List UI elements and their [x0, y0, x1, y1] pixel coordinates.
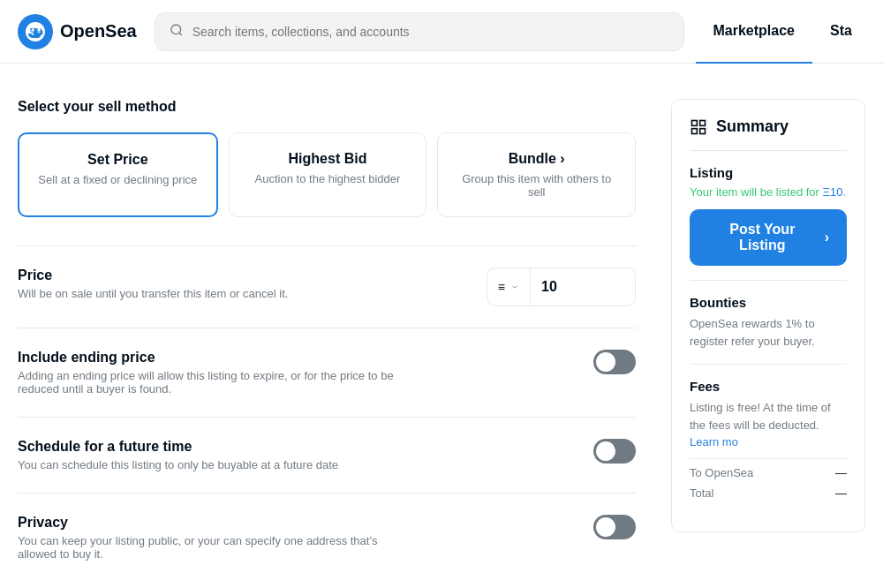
ending-price-info: Include ending price Adding an ending pr…: [18, 350, 406, 396]
right-panel: Summary Listing Your item will be listed…: [671, 99, 865, 588]
price-info: Price Will be on sale until you transfer…: [18, 268, 288, 300]
privacy-row: Privacy You can keep your listing public…: [18, 515, 636, 561]
sell-card-bundle-title: Bundle ›: [456, 151, 617, 167]
sell-card-set-price[interactable]: Set Price Sell at a fixed or declining p…: [18, 132, 218, 217]
sell-method-cards: Set Price Sell at a fixed or declining p…: [18, 132, 636, 217]
schedule-row: Schedule for a future time You can sched…: [18, 439, 636, 471]
privacy-toggle[interactable]: [593, 515, 636, 539]
post-listing-label: Post Your Listing: [707, 222, 818, 253]
sell-card-highest-bid[interactable]: Highest Bid Auction to the highest bidde…: [229, 132, 427, 217]
learn-more-link[interactable]: Learn mo: [690, 435, 738, 449]
price-input-row: ≡: [487, 268, 636, 306]
to-opensea-value: —: [835, 466, 847, 479]
currency-icon: ≡: [498, 280, 505, 294]
price-number-input[interactable]: [530, 268, 636, 306]
svg-rect-2: [700, 120, 706, 125]
logo[interactable]: OpenSea: [18, 14, 137, 49]
sell-card-highest-bid-title: Highest Bid: [247, 151, 409, 167]
sell-card-set-price-desc: Sell at a fixed or declining price: [37, 173, 199, 186]
nav-item-stats[interactable]: Sta: [812, 0, 865, 64]
svg-rect-3: [692, 128, 698, 133]
fees-label: Fees: [690, 379, 847, 394]
privacy-section: Privacy You can keep your listing public…: [18, 493, 636, 582]
schedule-section: Schedule for a future time You can sched…: [18, 417, 636, 493]
sell-method-title: Select your sell method: [18, 99, 636, 115]
total-label: Total: [690, 486, 713, 500]
search-input[interactable]: [192, 25, 669, 39]
nav: Marketplace Sta: [696, 0, 866, 64]
listing-eth: Ξ10: [823, 185, 843, 199]
listing-text-prefix: Your item will be listed for: [690, 185, 823, 199]
summary-title: Summary: [690, 117, 847, 151]
price-desc: Will be on sale until you transfer this …: [18, 287, 288, 300]
chevron-down-icon: [510, 283, 519, 291]
sell-card-highest-bid-desc: Auction to the highest bidder: [247, 172, 409, 185]
summary-panel: Summary Listing Your item will be listed…: [671, 99, 865, 532]
ending-price-section: Include ending price Adding an ending pr…: [18, 328, 636, 417]
ending-price-toggle[interactable]: [593, 350, 636, 374]
logo-icon: [18, 14, 53, 49]
svg-rect-4: [700, 128, 706, 133]
total-value: —: [835, 486, 847, 500]
listing-text-suffix: .: [842, 185, 846, 199]
logo-text: OpenSea: [60, 21, 137, 41]
fees-text: Listing is free! At the time of the fees…: [690, 399, 847, 451]
post-listing-button[interactable]: Post Your Listing ›: [690, 209, 847, 266]
post-listing-arrow: ›: [825, 230, 829, 245]
currency-select[interactable]: ≡: [487, 268, 530, 306]
header: OpenSea Marketplace Sta: [0, 0, 883, 64]
ending-price-label: Include ending price: [18, 350, 406, 366]
privacy-label: Privacy: [18, 515, 406, 531]
price-row: Price Will be on sale until you transfer…: [18, 268, 636, 306]
ending-price-row: Include ending price Adding an ending pr…: [18, 350, 636, 396]
schedule-label: Schedule for a future time: [18, 439, 338, 455]
listing-summary-text: Your item will be listed for Ξ10.: [690, 185, 847, 199]
summary-heading: Summary: [716, 117, 789, 136]
schedule-desc: You can schedule this listing to only be…: [18, 458, 338, 471]
total-row: Total —: [690, 486, 847, 500]
svg-point-0: [171, 25, 181, 34]
summary-icon: [690, 118, 707, 136]
bounties-text: OpenSea rewards 1% to register refer you…: [690, 315, 847, 350]
to-opensea-label: To OpenSea: [690, 466, 753, 479]
schedule-info: Schedule for a future time You can sched…: [18, 439, 338, 471]
bounties-label: Bounties: [690, 295, 847, 310]
fees-section: Fees Listing is free! At the time of the…: [690, 379, 847, 514]
bounties-section: Bounties OpenSea rewards 1% to register …: [690, 295, 847, 365]
price-label: Price: [18, 268, 288, 283]
ending-price-desc: Adding an ending price will allow this l…: [18, 369, 406, 396]
left-panel: Select your sell method Set Price Sell a…: [18, 99, 636, 588]
to-opensea-row: To OpenSea —: [690, 466, 847, 479]
price-section: Price Will be on sale until you transfer…: [18, 245, 636, 328]
privacy-desc: You can keep your listing public, or you…: [18, 534, 406, 561]
main-layout: Select your sell method Set Price Sell a…: [0, 64, 883, 588]
sell-card-bundle[interactable]: Bundle › Group this item with others to …: [437, 132, 636, 217]
search-bar[interactable]: [155, 12, 684, 51]
schedule-toggle[interactable]: [593, 439, 636, 464]
nav-item-marketplace[interactable]: Marketplace: [696, 0, 813, 64]
sell-card-set-price-title: Set Price: [37, 152, 199, 168]
svg-rect-1: [692, 120, 698, 125]
listing-summary-label: Listing: [690, 165, 847, 180]
search-icon: [170, 23, 184, 40]
sell-card-bundle-desc: Group this item with others to sell: [456, 172, 617, 199]
privacy-info: Privacy You can keep your listing public…: [18, 515, 406, 561]
listing-summary-section: Listing Your item will be listed for Ξ10…: [690, 165, 847, 281]
fees-divider: [690, 458, 847, 459]
